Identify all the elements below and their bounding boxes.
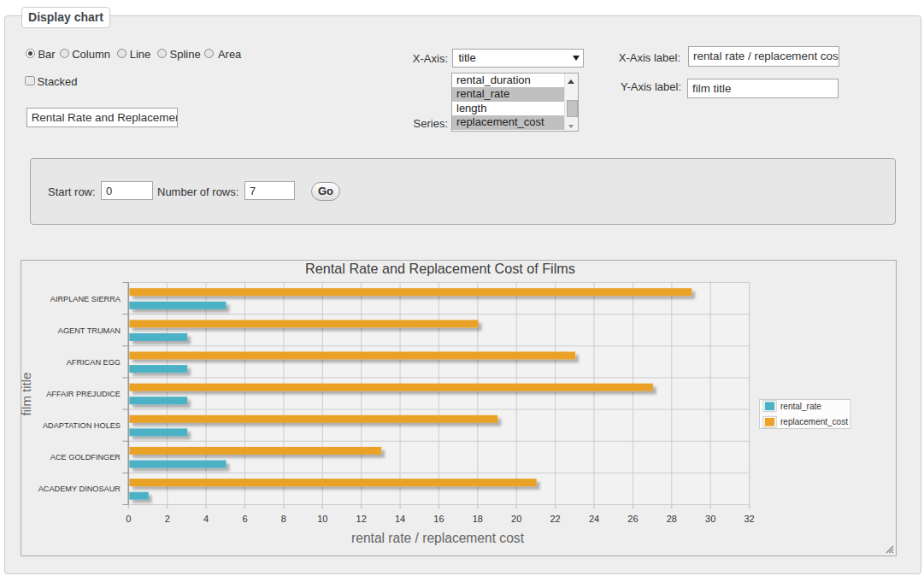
svg-text:replacement_cost: replacement_cost — [780, 417, 848, 426]
svg-text:ACE GOLDFINGER: ACE GOLDFINGER — [50, 453, 121, 461]
svg-text:ACADEMY DINOSAUR: ACADEMY DINOSAUR — [38, 485, 121, 493]
svg-text:rental_rate: rental_rate — [780, 402, 821, 411]
svg-text:ADAPTATION HOLES: ADAPTATION HOLES — [43, 421, 121, 430]
svg-text:rental rate / replacement cost: rental rate / replacement cost — [351, 531, 525, 545]
svg-text:26: 26 — [627, 514, 638, 524]
svg-text:AIRPLANE SIERRA: AIRPLANE SIERRA — [50, 295, 121, 303]
svg-text:28: 28 — [667, 514, 677, 524]
svg-text:16: 16 — [433, 514, 444, 524]
svg-text:20: 20 — [511, 514, 521, 524]
svg-text:AFFAIR PREJUDICE: AFFAIR PREJUDICE — [46, 390, 121, 398]
svg-text:Rental Rate and Replacement Co: Rental Rate and Replacement Cost of Film… — [305, 261, 575, 276]
svg-text:0: 0 — [126, 514, 131, 524]
svg-text:8: 8 — [281, 514, 286, 524]
svg-text:4: 4 — [203, 514, 209, 524]
svg-text:14: 14 — [395, 514, 405, 524]
svg-text:22: 22 — [550, 514, 561, 524]
svg-text:AGENT TRUMAN: AGENT TRUMAN — [58, 326, 121, 335]
svg-text:18: 18 — [473, 514, 483, 524]
svg-text:10: 10 — [317, 514, 327, 524]
svg-text:6: 6 — [242, 514, 247, 524]
svg-text:2: 2 — [165, 514, 170, 524]
svg-text:32: 32 — [744, 514, 754, 524]
svg-text:film title: film title — [21, 373, 33, 416]
svg-text:12: 12 — [356, 514, 367, 524]
svg-text:24: 24 — [589, 514, 599, 524]
svg-text:AFRICAN EGG: AFRICAN EGG — [67, 358, 121, 367]
svg-text:30: 30 — [705, 514, 715, 524]
